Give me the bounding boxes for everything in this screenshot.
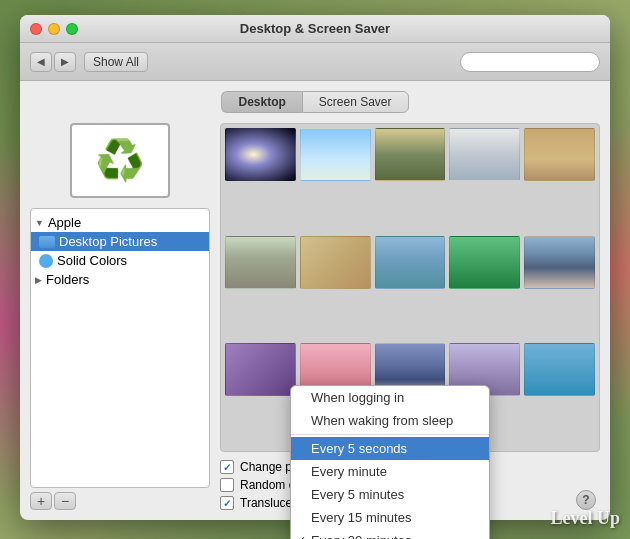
search-input[interactable] (469, 55, 591, 69)
dropdown-item-5min-label: Every 5 minutes (311, 487, 404, 502)
dropdown-menu: When logging in When waking from sleep E… (290, 385, 490, 539)
desktop-pictures-label: Desktop Pictures (59, 234, 157, 249)
titlebar: Desktop & Screen Saver (20, 15, 610, 43)
dropdown-item-login-label: When logging in (311, 390, 404, 405)
thumbnail-elephant[interactable] (225, 236, 296, 289)
random-order-checkbox[interactable] (220, 478, 234, 492)
search-box[interactable] (460, 52, 600, 72)
traffic-lights (30, 23, 78, 35)
remove-button[interactable]: − (54, 492, 76, 510)
arrow-icon: ▼ (35, 218, 44, 228)
thumbnail-purple[interactable] (225, 343, 296, 396)
thumbnail-sky[interactable] (300, 128, 371, 181)
tree-section: ▼ Apple Desktop Pictures Solid Colors ▶ … (30, 208, 210, 488)
thumbnail-birds[interactable] (375, 236, 446, 289)
thumbnail-mist[interactable] (449, 128, 520, 181)
tab-desktop[interactable]: Desktop (221, 91, 301, 113)
dropdown-item-30min[interactable]: ✓ Every 30 minutes (291, 529, 489, 539)
desktop-pictures-item[interactable]: Desktop Pictures (31, 232, 209, 251)
globe-icon (39, 254, 53, 268)
help-button[interactable]: ? (576, 490, 596, 510)
dropdown-item-5sec[interactable]: Every 5 seconds (291, 437, 489, 460)
solid-colors-item[interactable]: Solid Colors (31, 251, 209, 270)
dropdown-item-5sec-label: Every 5 seconds (311, 441, 407, 456)
thumbnail-galaxy[interactable] (225, 128, 296, 181)
add-button[interactable]: + (30, 492, 52, 510)
close-button[interactable] (30, 23, 42, 35)
solid-colors-label: Solid Colors (57, 253, 127, 268)
thumbnail-reeds[interactable] (375, 128, 446, 181)
nav-buttons: ◀ ▶ (30, 52, 76, 72)
arrow-icon-2: ▶ (35, 275, 42, 285)
change-picture-checkbox[interactable] (220, 460, 234, 474)
folders-group[interactable]: ▶ Folders (31, 270, 209, 289)
forward-button[interactable]: ▶ (54, 52, 76, 72)
thumbnail-mountain[interactable] (524, 236, 595, 289)
window-title: Desktop & Screen Saver (240, 21, 390, 36)
dropdown-item-login[interactable]: When logging in (291, 386, 489, 409)
show-all-button[interactable]: Show All (84, 52, 148, 72)
dropdown-item-5min[interactable]: Every 5 minutes (291, 483, 489, 506)
tab-screensaver[interactable]: Screen Saver (302, 91, 409, 113)
toolbar: ◀ ▶ Show All (20, 43, 610, 81)
folders-label: Folders (46, 272, 89, 287)
tabs: Desktop Screen Saver (30, 91, 600, 113)
checkmark-icon: ✓ (297, 534, 306, 539)
sidebar: ♻️ ▼ Apple Desktop Pictures Solid Colors (30, 123, 210, 510)
folder-icon (39, 236, 55, 248)
dropdown-separator (291, 434, 489, 435)
back-button[interactable]: ◀ (30, 52, 52, 72)
thumbnail-green[interactable] (449, 236, 520, 289)
dropdown-item-30min-label: Every 30 minutes (311, 533, 411, 539)
dropdown-item-waking[interactable]: When waking from sleep (291, 409, 489, 432)
sidebar-controls: + − (30, 492, 210, 510)
thumbnail-beach[interactable] (524, 128, 595, 181)
dropdown-item-15min-label: Every 15 minutes (311, 510, 411, 525)
dropdown-item-15min[interactable]: Every 15 minutes (291, 506, 489, 529)
preview-box: ♻️ (70, 123, 170, 198)
dropdown-item-1min-label: Every minute (311, 464, 387, 479)
thumbnail-sand[interactable] (300, 236, 371, 289)
dropdown-item-waking-label: When waking from sleep (311, 413, 453, 428)
translucent-checkbox[interactable] (220, 496, 234, 510)
thumbnail-water[interactable] (524, 343, 595, 396)
maximize-button[interactable] (66, 23, 78, 35)
dropdown-item-1min[interactable]: Every minute (291, 460, 489, 483)
preview-icon: ♻️ (95, 137, 145, 184)
apple-group[interactable]: ▼ Apple (31, 213, 209, 232)
apple-label: Apple (48, 215, 81, 230)
minimize-button[interactable] (48, 23, 60, 35)
